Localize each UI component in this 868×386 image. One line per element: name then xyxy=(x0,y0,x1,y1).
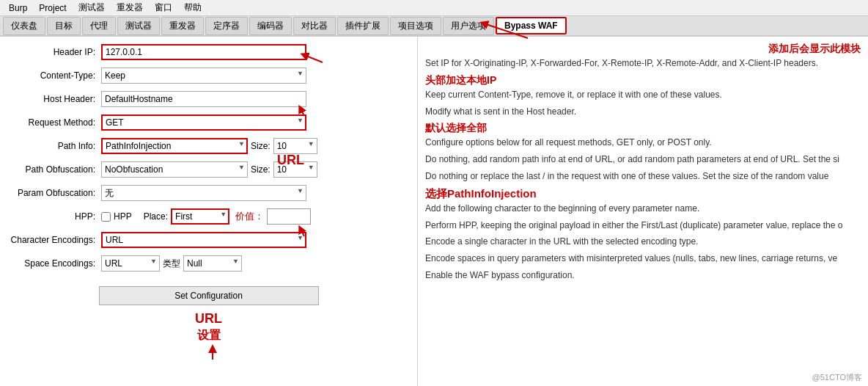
watermark: @51CTO博客 xyxy=(812,372,862,383)
settings-annotation: 设置 xyxy=(6,328,411,343)
param-obfuscation-label: Param Obfuscation: xyxy=(6,188,101,198)
url-annotation-2: URL xyxy=(6,311,411,327)
request-method-label: Request Method: xyxy=(6,117,101,128)
menu-burp[interactable]: Burp xyxy=(3,1,33,15)
size-select[interactable]: 10 xyxy=(273,138,317,154)
tab-proxy[interactable]: 代理 xyxy=(82,17,116,35)
request-method-select[interactable]: GET xyxy=(101,114,306,131)
type-label: 类型 xyxy=(163,258,180,270)
content-type-desc: Keep current Content-Type, remove it, or… xyxy=(425,89,861,101)
size2-label: Size: xyxy=(251,164,271,175)
add-module-annotation: 添加后会显示此模块 xyxy=(425,43,861,56)
path-obfuscation-label: Path Obfuscation: xyxy=(6,164,101,175)
host-header-label: Host Header: xyxy=(6,94,101,104)
menu-repeater[interactable]: 重发器 xyxy=(111,0,149,15)
content-type-row: Content-Type: Keep xyxy=(6,66,411,85)
character-encodings-select-wrapper: URL xyxy=(101,232,306,248)
menu-tester[interactable]: 测试器 xyxy=(73,0,111,15)
place-label: Place: xyxy=(144,211,168,222)
tab-encoder[interactable]: 编码器 xyxy=(249,17,292,35)
character-encodings-row: Character Encodings: URL xyxy=(6,230,411,250)
character-encodings-desc: Encode a single character in the URL wit… xyxy=(425,236,861,248)
hpp-desc: Perform HPP, keeping the original payloa… xyxy=(425,219,861,232)
character-encodings-select[interactable]: URL xyxy=(101,232,306,248)
tab-project-options[interactable]: 项目选项 xyxy=(390,17,441,35)
path-obfuscation-select[interactable]: NoObfuscation xyxy=(101,161,248,178)
bottom-section: Set Configuration URL URL 设置 xyxy=(6,277,411,343)
space-url-select[interactable]: URL xyxy=(101,255,160,272)
host-header-desc: Modify what is sent in the Host header. xyxy=(425,106,861,118)
tab-user-options[interactable]: 用户选项 xyxy=(443,17,494,35)
path-info-select[interactable]: PathInfoInjection xyxy=(101,138,248,154)
param-obfuscation-desc: Add the following character to the begin… xyxy=(425,203,861,215)
null-select-wrapper: Null xyxy=(183,255,242,272)
tab-bar: 仪表盘 目标 代理 测试器 重发器 定序器 编码器 对比器 插件扩展 项目选项 … xyxy=(0,16,868,37)
tab-bypass-waf[interactable]: Bypass WAF xyxy=(496,17,567,34)
main-content: Header IP: Content-Type: Keep Host Heade… xyxy=(0,37,868,386)
add-local-ip-annotation: 头部加这本地IP xyxy=(425,74,861,87)
left-panel: Header IP: Content-Type: Keep Host Heade… xyxy=(0,37,418,386)
path-info-desc: Do nothing, add random path info at end … xyxy=(425,153,861,166)
size-select-wrapper: 10 xyxy=(273,138,317,154)
hpp-checkbox[interactable] xyxy=(101,212,111,222)
url-annotation: URL xyxy=(277,153,304,168)
tab-tester[interactable]: 测试器 xyxy=(117,17,160,35)
menu-window[interactable]: 窗口 xyxy=(149,0,178,15)
request-method-select-wrapper: GET xyxy=(101,114,306,131)
right-panel: 添加后会显示此模块 Set IP for X-Originating-IP, X… xyxy=(418,37,868,386)
value-input[interactable] xyxy=(267,208,311,225)
tab-sequencer[interactable]: 定序器 xyxy=(205,17,248,35)
tab-comparer[interactable]: 对比器 xyxy=(293,17,336,35)
header-ip-label: Header IP: xyxy=(6,47,101,57)
set-config-desc: Enable the WAF bypass configuration. xyxy=(425,269,861,282)
menu-bar: Burp Project 测试器 重发器 窗口 帮助 xyxy=(0,0,868,16)
space-encodings-desc: Encode spaces in query parameters with m… xyxy=(425,252,861,265)
null-select[interactable]: Null xyxy=(183,255,242,272)
content-type-select-wrapper: Keep xyxy=(101,68,306,84)
menu-help[interactable]: 帮助 xyxy=(178,0,207,15)
header-ip-desc: Set IP for X-Originating-IP, X-Forwarded… xyxy=(425,57,861,70)
host-header-input[interactable] xyxy=(101,91,306,107)
tab-extensions[interactable]: 插件扩展 xyxy=(337,17,389,35)
size-label: Size: xyxy=(251,141,271,151)
hpp-row: HPP: HPP Place: First 价值： xyxy=(6,207,411,226)
header-ip-row: Header IP: xyxy=(6,43,411,62)
request-method-desc: Configure options below for all request … xyxy=(425,136,861,149)
hpp-label: HPP: xyxy=(6,211,101,222)
tab-target[interactable]: 目标 xyxy=(47,17,81,35)
param-obfuscation-select-wrapper: 无 xyxy=(101,185,306,201)
space-encodings-controls: URL 类型 Null xyxy=(101,255,242,272)
path-obfuscation-row: Path Obfuscation: NoObfuscation Size: 10 xyxy=(6,160,411,179)
value-label: 价值： xyxy=(235,210,264,223)
param-obfuscation-select[interactable]: 无 xyxy=(101,185,306,201)
tab-dashboard[interactable]: 仪表盘 xyxy=(3,17,45,35)
path-info-row: Path Info: PathInfoInjection Size: 10 xyxy=(6,136,411,156)
tab-repeater[interactable]: 重发器 xyxy=(161,17,204,35)
select-path-info-annotation: 选择PathInfoInjection xyxy=(425,187,861,201)
content-type-select[interactable]: Keep xyxy=(101,68,306,84)
place-select-wrapper: First xyxy=(171,208,229,225)
set-config-button[interactable]: Set Configuration xyxy=(99,286,319,305)
request-method-row: Request Method: GET xyxy=(6,113,411,132)
space-encodings-row: Space Encodings: URL 类型 Null xyxy=(6,254,411,273)
menu-project[interactable]: Project xyxy=(33,1,72,15)
host-header-row: Host Header: xyxy=(6,90,411,109)
header-ip-input[interactable] xyxy=(101,44,306,60)
path-info-select-wrapper: PathInfoInjection xyxy=(101,138,248,154)
space-url-select-wrapper: URL xyxy=(101,255,160,272)
place-select[interactable]: First xyxy=(171,208,229,225)
character-encodings-label: Character Encodings: xyxy=(6,235,101,245)
path-info-label: Path Info: xyxy=(6,141,101,151)
content-type-label: Content-Type: xyxy=(6,70,101,81)
path-obfuscation-select-wrapper: NoObfuscation xyxy=(101,161,248,178)
hpp-checkbox-label: HPP xyxy=(114,211,132,222)
space-encodings-label: Space Encodings: xyxy=(6,258,101,269)
path-obfuscation-desc: Do nothing or replace the last / in the … xyxy=(425,170,861,183)
select-all-annotation: 默认选择全部 xyxy=(425,122,861,135)
param-obfuscation-row: Param Obfuscation: 无 xyxy=(6,183,411,203)
